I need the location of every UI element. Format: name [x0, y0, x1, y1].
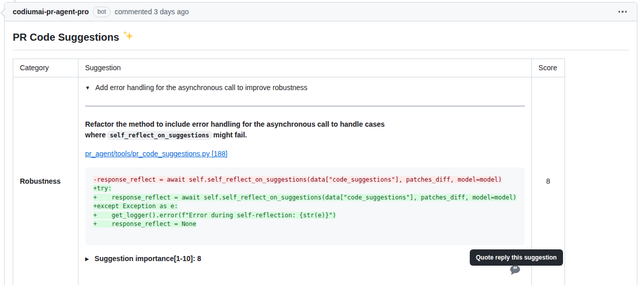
sparkles-icon [123, 30, 133, 45]
quote-reply-tooltip: Quote reply this suggestion [470, 249, 563, 266]
comment-card: codiumai-pr-agent-pro bot commented 3 da… [4, 2, 637, 285]
comment-timestamp[interactable]: 3 days ago [154, 8, 189, 16]
column-header-score: Score [531, 59, 565, 77]
comment-body: PR Code Suggestions Category Suggestion … [5, 21, 637, 285]
table-header-row: Category Suggestion Score [13, 59, 565, 77]
file-link[interactable]: pr_agent/tools/pr_code_suggestions.py [1… [85, 149, 227, 159]
description-line2: whereself_reflect_on_suggestionsmight fa… [85, 130, 525, 140]
triangle-down-icon: ▼ [85, 84, 90, 92]
suggestion-summary-text: Add error handling for the asynchronous … [95, 83, 307, 92]
triangle-right-icon: ▶ [85, 255, 89, 263]
pr-comment-page: codiumai-pr-agent-pro bot commented 3 da… [0, 0, 644, 285]
suggestion-summary-toggle[interactable]: ▼ Add error handling for the asynchronou… [85, 82, 525, 93]
importance-toggle[interactable]: ▶ Suggestion importance[1-10]: 8 [85, 253, 525, 264]
description-line1: Refactor the method to include error han… [85, 119, 525, 130]
comment-caret [1, 8, 5, 17]
inline-code: self_reflect_on_suggestions [107, 131, 211, 140]
comment-meta: commented 3 days ago [115, 8, 189, 16]
page-title: PR Code Suggestions [13, 30, 629, 50]
diff-code-block: -response_reflect = await self.self_refl… [85, 167, 525, 245]
svg-text:”: ” [513, 265, 517, 273]
quote-reply-icon[interactable]: ” [509, 265, 521, 278]
column-header-category: Category [13, 59, 78, 77]
comment-action: commented [115, 8, 152, 16]
comment-author[interactable]: codiumai-pr-agent-pro [13, 8, 89, 16]
kebab-menu-icon[interactable] [616, 9, 629, 15]
title-text: PR Code Suggestions [13, 30, 119, 45]
suggestion-description: Refactor the method to include error han… [85, 119, 525, 140]
comment-header: codiumai-pr-agent-pro bot commented 3 da… [5, 3, 637, 21]
bot-badge: bot [93, 7, 111, 17]
importance-text: Suggestion importance[1-10]: 8 [95, 254, 201, 263]
divider [85, 105, 525, 107]
category-cell: Robustness [13, 77, 78, 285]
suggestion-cell: ▼ Add error handling for the asynchronou… [78, 77, 532, 285]
column-header-suggestion: Suggestion [78, 59, 532, 77]
